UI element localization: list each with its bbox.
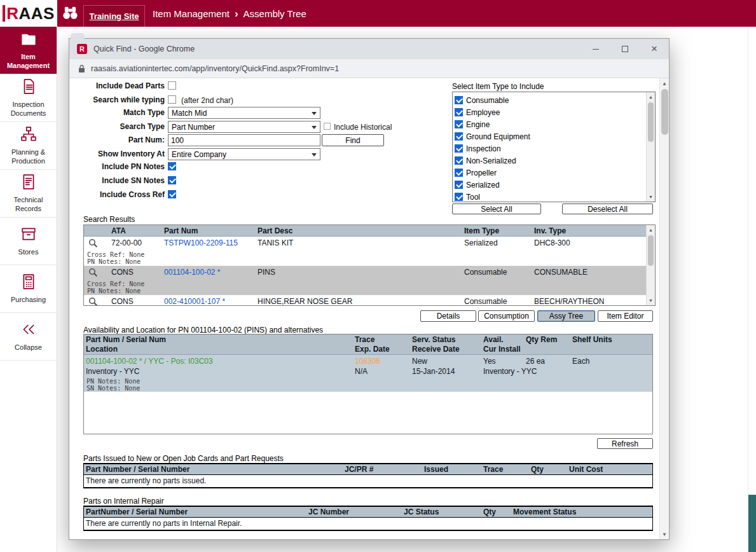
select-all-button[interactable]: Select All (452, 204, 541, 214)
item-type-option-inspection[interactable]: Inspection (453, 142, 643, 155)
column-part-serial: Part Num / Serial Num (86, 335, 166, 344)
checkbox-icon[interactable] (455, 193, 463, 201)
breadcrumb-item-management[interactable]: Item Management (153, 8, 230, 19)
scrollbar-thumb[interactable] (648, 102, 654, 142)
column-avail: Avail. (483, 335, 504, 344)
search-type-select[interactable]: Part Number (168, 121, 320, 133)
item-type-listbox[interactable]: Consumable Employee Engine Ground Equipm… (452, 92, 656, 202)
search-while-typing-checkbox[interactable] (168, 95, 176, 104)
checkbox-icon[interactable] (455, 120, 463, 128)
window-titlebar[interactable]: R Quick Find - Google Chrome × (69, 39, 669, 59)
page-scrollbar-thumb[interactable] (748, 495, 756, 552)
cell-inv-type: BEECH/RAYTHEON (534, 297, 604, 306)
consumption-button[interactable]: Consumption (478, 310, 535, 322)
include-dead-parts-checkbox[interactable] (168, 81, 176, 90)
parts-issued-table: Part Number / Serial Number JC/PR # Issu… (83, 463, 653, 488)
maximize-button[interactable] (610, 39, 640, 59)
page-scrollbar[interactable] (748, 27, 756, 552)
window-scrollbar[interactable]: ▲ ▼ (659, 78, 669, 539)
item-type-option-ground-equipment[interactable]: Ground Equipment (453, 130, 643, 142)
part-num-link[interactable]: 001104-100-02 * (164, 268, 221, 277)
details-button[interactable]: Details (420, 310, 476, 322)
calculator-icon (20, 273, 37, 293)
minimize-button[interactable] (581, 39, 610, 59)
sidebar-label: Purchasing (9, 296, 48, 305)
sidebar-item-purchasing[interactable]: Purchasing (0, 265, 57, 313)
column-inv-type: Inv. Type (534, 226, 566, 235)
item-type-option-serialized[interactable]: Serialized (453, 179, 643, 191)
scroll-down-icon[interactable]: ▼ (660, 529, 669, 539)
find-button[interactable]: Find (322, 134, 384, 146)
sidebar-item-item-management[interactable]: Item Management (0, 27, 57, 74)
address-bar[interactable]: raasais.aviationintertec.com/app/invento… (69, 59, 669, 78)
trace-link[interactable]: 108306 (355, 357, 380, 366)
close-icon: × (651, 43, 657, 55)
scrollbar-thumb[interactable] (661, 89, 668, 135)
sidebar-item-technical-records[interactable]: Technical Records (0, 170, 57, 217)
raas-logo[interactable]: R AAS (0, 0, 57, 27)
item-type-option-tool[interactable]: Tool (453, 191, 643, 202)
scroll-up-icon[interactable]: ▲ (647, 225, 655, 235)
part-num-input[interactable] (168, 134, 320, 146)
show-inventory-at-select[interactable]: Entire Company (168, 148, 320, 160)
column-jc-status: JC Status (404, 507, 439, 516)
match-type-select[interactable]: Match Mid (168, 107, 320, 119)
refresh-label: Refresh (612, 439, 638, 448)
item-type-scrollbar[interactable]: ▲ ▼ (646, 92, 655, 202)
column-part-desc: Part Desc (258, 226, 292, 235)
binoculars-icon[interactable] (62, 5, 79, 21)
item-type-option-non-serialized[interactable]: Non-Serialized (453, 155, 643, 167)
magnifier-icon[interactable] (88, 268, 98, 277)
include-sn-notes-checkbox[interactable] (168, 176, 176, 184)
result-row[interactable]: 72-00-00 TSTPW100-2209-115 TANIS KIT Ser… (84, 237, 646, 266)
result-row[interactable]: CONS 002-410001-107 * HINGE,REAR NOSE GE… (84, 295, 646, 306)
column-part-num: Part Num (164, 226, 198, 235)
availability-row[interactable]: 001104-100-02 * / YYC - Pos: I03C03 Inve… (84, 355, 652, 392)
deselect-all-button[interactable]: Deselect All (562, 204, 653, 214)
checkbox-icon[interactable] (455, 169, 463, 177)
item-type-option-employee[interactable]: Employee (453, 106, 643, 118)
checkbox-icon[interactable] (455, 181, 463, 189)
magnifier-icon[interactable] (88, 297, 98, 306)
scroll-down-icon[interactable]: ▼ (647, 296, 655, 305)
checkbox-icon[interactable] (455, 132, 463, 141)
item-type-option-engine[interactable]: Engine (453, 118, 643, 130)
sidebar-item-stores[interactable]: Stores (0, 217, 57, 265)
assy-tree-button[interactable]: Assy Tree (537, 310, 595, 322)
item-editor-button[interactable]: Item Editor (598, 310, 653, 322)
column-jc-number: JC Number (308, 507, 349, 516)
scroll-up-icon[interactable]: ▲ (660, 78, 669, 88)
option-label: Tool (466, 193, 480, 202)
column-unit-cost: Unit Cost (569, 465, 603, 474)
refresh-button[interactable]: Refresh (597, 438, 653, 449)
checkbox-icon[interactable] (455, 108, 463, 116)
sidebar-item-planning-production[interactable]: Planning & Production (0, 122, 57, 170)
checkbox-icon[interactable] (455, 96, 463, 104)
checkbox-icon[interactable] (455, 144, 463, 153)
part-num-link[interactable]: TSTPW100-2209-115 (164, 238, 238, 247)
availability-part-link[interactable]: 001104-100-02 * / YYC - Pos: I03C03 (86, 357, 213, 366)
parts-issued-empty-row: There are currently no parts issued. (84, 475, 652, 487)
close-button[interactable]: × (640, 39, 669, 59)
sidebar-label: Inspection Documents (0, 100, 57, 118)
results-scrollbar[interactable]: ▲ ▼ (646, 225, 655, 305)
item-type-option-consumable[interactable]: Consumable (453, 94, 643, 106)
scroll-down-icon[interactable]: ▼ (647, 192, 655, 202)
checkbox-icon[interactable] (455, 156, 463, 165)
include-historical-checkbox[interactable] (324, 123, 331, 130)
column-ata: ATA (111, 226, 126, 235)
scroll-up-icon[interactable]: ▲ (647, 92, 655, 102)
item-type-option-propeller[interactable]: Propeller (453, 167, 643, 179)
training-site-tab[interactable]: Training Site (83, 5, 145, 27)
cell-part-desc: PINS (258, 268, 275, 277)
part-num-link[interactable]: 002-410001-107 * (164, 297, 225, 306)
include-cross-ref-checkbox[interactable] (168, 190, 176, 198)
magnifier-icon[interactable] (88, 238, 98, 248)
scrollbar-thumb[interactable] (648, 235, 654, 266)
result-row-selected[interactable]: CONS 001104-100-02 * PINS Consumable CON… (84, 266, 646, 295)
include-dead-parts-label: Include Dead Parts (69, 82, 165, 90)
url-text[interactable]: raasais.aviationintertec.com/app/invento… (91, 64, 339, 73)
sidebar-item-inspection-documents[interactable]: Inspection Documents (0, 74, 57, 122)
sidebar-item-collapse[interactable]: Collapse (0, 313, 57, 361)
include-pn-notes-checkbox[interactable] (168, 162, 176, 170)
